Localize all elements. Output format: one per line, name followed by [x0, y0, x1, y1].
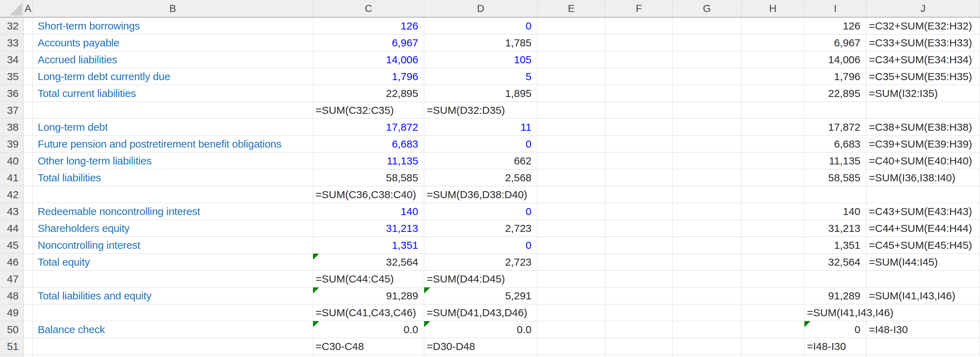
- cell-E35[interactable]: [538, 68, 605, 85]
- cell-H38[interactable]: [741, 119, 805, 136]
- cell-J35[interactable]: =C35+SUM(E35:H35): [866, 68, 980, 85]
- cell-F52-partial[interactable]: [605, 355, 673, 357]
- cell-E50[interactable]: [538, 321, 605, 338]
- cell-A44[interactable]: [24, 220, 33, 237]
- cell-G43[interactable]: [673, 203, 741, 220]
- cell-G36[interactable]: [673, 85, 741, 102]
- cell-C45[interactable]: 1,351: [313, 237, 424, 254]
- row-header-38[interactable]: 38: [0, 119, 24, 136]
- cell-E44[interactable]: [538, 220, 605, 237]
- cell-D52-partial[interactable]: [424, 355, 538, 357]
- cell-A43[interactable]: [24, 203, 33, 220]
- cell-I39[interactable]: 6,683: [805, 136, 866, 152]
- cell-G34[interactable]: [673, 51, 741, 68]
- cell-A32[interactable]: [24, 17, 33, 35]
- cell-B33[interactable]: Accounts payable: [33, 35, 313, 51]
- cell-C51[interactable]: =C30-C48: [313, 338, 424, 355]
- cell-I37[interactable]: [805, 102, 866, 119]
- row-header-52-partial[interactable]: [0, 355, 24, 357]
- cell-B35[interactable]: Long-term debt currently due: [33, 68, 313, 85]
- cell-I41[interactable]: 58,585: [805, 169, 866, 186]
- cell-J36[interactable]: =SUM(I32:I35): [866, 85, 980, 102]
- cell-A42[interactable]: [24, 186, 33, 203]
- cell-C49[interactable]: =SUM(C41,C43,C46): [313, 304, 424, 321]
- cell-J46[interactable]: =SUM(I44:I45): [866, 254, 980, 271]
- cell-I44[interactable]: 31,213: [805, 220, 866, 237]
- cell-G39[interactable]: [673, 136, 741, 152]
- row-header-50[interactable]: 50: [0, 321, 24, 338]
- column-header-E[interactable]: E: [538, 0, 605, 17]
- cell-I42[interactable]: [805, 186, 866, 203]
- cell-E36[interactable]: [538, 85, 605, 102]
- column-header-H[interactable]: H: [741, 0, 805, 17]
- column-header-I[interactable]: I: [805, 0, 866, 17]
- cell-I34[interactable]: 14,006: [805, 51, 866, 68]
- cell-J52-partial[interactable]: [866, 355, 980, 357]
- cell-D44[interactable]: 2,723: [424, 220, 538, 237]
- cell-D51[interactable]: =D30-D48: [424, 338, 538, 355]
- cell-D46[interactable]: 2,723: [424, 254, 538, 271]
- cell-J32[interactable]: =C32+SUM(E32:H32): [866, 17, 980, 35]
- cell-G49[interactable]: [673, 304, 741, 321]
- cell-I49[interactable]: =SUM(I41,I43,I46): [805, 304, 866, 321]
- cell-H49[interactable]: [741, 304, 805, 321]
- cell-E39[interactable]: [538, 136, 605, 152]
- cell-J42[interactable]: [866, 186, 980, 203]
- cell-I52-partial[interactable]: [805, 355, 866, 357]
- cell-F51[interactable]: [605, 338, 673, 355]
- cell-E41[interactable]: [538, 169, 605, 186]
- cell-G47[interactable]: [673, 271, 741, 287]
- cell-J43[interactable]: =C43+SUM(E43:H43): [866, 203, 980, 220]
- cell-F44[interactable]: [605, 220, 673, 237]
- cell-C42[interactable]: =SUM(C36,C38:C40): [313, 186, 424, 203]
- cell-G37[interactable]: [673, 102, 741, 119]
- column-header-C[interactable]: C: [313, 0, 424, 17]
- row-header-34[interactable]: 34: [0, 51, 24, 68]
- cell-D40[interactable]: 662: [424, 152, 538, 169]
- cell-H40[interactable]: [741, 152, 805, 169]
- column-header-D[interactable]: D: [424, 0, 538, 17]
- cell-F33[interactable]: [605, 35, 673, 51]
- cell-B44[interactable]: Shareholders equity: [33, 220, 313, 237]
- cell-I35[interactable]: 1,796: [805, 68, 866, 85]
- cell-F32[interactable]: [605, 17, 673, 35]
- cell-F46[interactable]: [605, 254, 673, 271]
- cell-A39[interactable]: [24, 136, 33, 152]
- cell-I48[interactable]: 91,289: [805, 287, 866, 304]
- cell-E40[interactable]: [538, 152, 605, 169]
- cell-C50[interactable]: 0.0: [313, 321, 424, 338]
- cell-I50[interactable]: 0: [805, 321, 866, 338]
- cell-I33[interactable]: 6,967: [805, 35, 866, 51]
- cell-J48[interactable]: =SUM(I41,I43,I46): [866, 287, 980, 304]
- cell-D34[interactable]: 105: [424, 51, 538, 68]
- row-header-32[interactable]: 32: [0, 17, 24, 35]
- cell-H36[interactable]: [741, 85, 805, 102]
- row-header-47[interactable]: 47: [0, 271, 24, 287]
- cell-C52-partial[interactable]: [313, 355, 424, 357]
- cell-F36[interactable]: [605, 85, 673, 102]
- cell-A51[interactable]: [24, 338, 33, 355]
- cell-F34[interactable]: [605, 51, 673, 68]
- cell-H41[interactable]: [741, 169, 805, 186]
- cell-F45[interactable]: [605, 237, 673, 254]
- cell-H33[interactable]: [741, 35, 805, 51]
- cell-C34[interactable]: 14,006: [313, 51, 424, 68]
- cell-A37[interactable]: [24, 102, 33, 119]
- cell-H47[interactable]: [741, 271, 805, 287]
- row-header-35[interactable]: 35: [0, 68, 24, 85]
- cell-B43[interactable]: Redeemable noncontrolling interest: [33, 203, 313, 220]
- cell-J37[interactable]: [866, 102, 980, 119]
- cell-A38[interactable]: [24, 119, 33, 136]
- cell-G40[interactable]: [673, 152, 741, 169]
- cell-I36[interactable]: 22,895: [805, 85, 866, 102]
- cell-D41[interactable]: 2,568: [424, 169, 538, 186]
- cell-A45[interactable]: [24, 237, 33, 254]
- cell-I47[interactable]: [805, 271, 866, 287]
- cell-J41[interactable]: =SUM(I36,I38:I40): [866, 169, 980, 186]
- cell-C43[interactable]: 140: [313, 203, 424, 220]
- cell-A36[interactable]: [24, 85, 33, 102]
- cell-C41[interactable]: 58,585: [313, 169, 424, 186]
- row-header-45[interactable]: 45: [0, 237, 24, 254]
- cell-D39[interactable]: 0: [424, 136, 538, 152]
- cell-F40[interactable]: [605, 152, 673, 169]
